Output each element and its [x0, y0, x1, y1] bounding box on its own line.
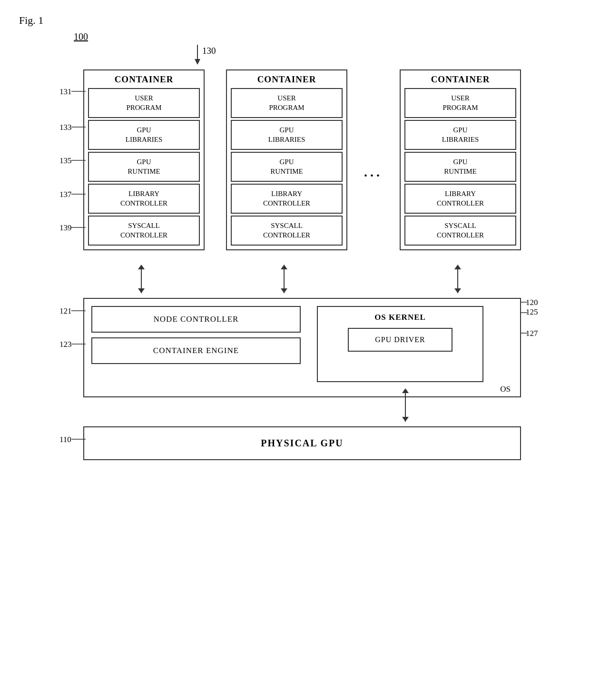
line-123 [71, 344, 86, 345]
gpu-libraries-1: GPULIBRARIES [88, 120, 200, 150]
line-135 [71, 160, 86, 161]
arrow-container1-os [138, 265, 145, 298]
physical-gpu-box: PHYSICAL GPU [83, 426, 521, 460]
label-130: 130 [202, 46, 216, 56]
ref-131: 131 [59, 87, 72, 97]
gpu-libraries-3: GPULIBRARIES [404, 120, 516, 150]
container-2: CONTAINER USERPROGRAM GPULIBRARIES GPURU… [226, 69, 347, 250]
user-program-2: USERPROGRAM [231, 88, 343, 118]
arrow-container2-os [281, 265, 287, 298]
library-controller-1: LIBRARYCONTROLLER [88, 184, 200, 214]
container-1-title: CONTAINER [88, 74, 200, 85]
ref-135: 135 [59, 156, 72, 166]
svg-marker-1 [195, 59, 200, 65]
line-127 [520, 333, 527, 334]
line-133 [71, 127, 86, 128]
line-131 [71, 91, 86, 92]
ref-110: 110 [59, 435, 71, 444]
ref-127: 127 [526, 329, 538, 338]
line-139 [71, 227, 86, 228]
line-121 [71, 310, 86, 311]
library-controller-2: LIBRARYCONTROLLER [231, 184, 343, 214]
user-program-1: USERPROGRAM [88, 88, 200, 118]
container-3-title: CONTAINER [404, 74, 516, 85]
svg-marker-13 [454, 265, 461, 269]
label-100: 100 [74, 31, 88, 42]
svg-marker-12 [281, 288, 287, 293]
gpu-libraries-2: GPULIBRARIES [231, 120, 343, 150]
node-controller-box: NODE CONTROLLER [91, 306, 301, 333]
line-137 [71, 194, 86, 195]
gpu-runtime-1: GPURUNTIME [88, 152, 200, 182]
syscall-controller-3: SYSCALLCONTROLLER [404, 216, 516, 246]
ref-137: 137 [59, 190, 72, 199]
os-kernel-box: OS KERNEL GPU DRIVER [317, 306, 483, 382]
svg-marker-10 [281, 265, 287, 269]
ellipsis: ... [364, 165, 383, 180]
syscall-controller-1: SYSCALLCONTROLLER [88, 216, 200, 246]
arrow-130 [193, 45, 202, 69]
container-engine-box: CONTAINER ENGINE [91, 337, 301, 364]
container-2-title: CONTAINER [231, 74, 343, 85]
ref-139: 139 [59, 223, 72, 233]
gpu-runtime-3: GPURUNTIME [404, 152, 516, 182]
line-120 [520, 302, 527, 303]
container-3: CONTAINER USERPROGRAM GPULIBRARIES GPURU… [400, 69, 521, 250]
container-1: CONTAINER USERPROGRAM GPULIBRARIES GPURU… [83, 69, 205, 250]
ref-120: 120 [526, 298, 538, 307]
gpu-driver-box: GPU DRIVER [348, 328, 452, 352]
svg-marker-15 [454, 288, 461, 293]
os-outer-box: NODE CONTROLLER CONTAINER ENGINE OS KERN… [83, 298, 521, 397]
ref-133: 133 [59, 123, 72, 132]
library-controller-3: LIBRARYCONTROLLER [404, 184, 516, 214]
svg-marker-7 [138, 265, 145, 269]
fig-title: Fig. 1 [19, 14, 571, 27]
svg-marker-21 [402, 388, 409, 393]
gpu-runtime-2: GPURUNTIME [231, 152, 343, 182]
line-110 [71, 439, 86, 440]
ref-125: 125 [526, 307, 538, 317]
ref-121: 121 [59, 306, 72, 316]
line-125 [520, 312, 527, 313]
os-label: OS [500, 385, 511, 394]
os-kernel-title: OS KERNEL [324, 313, 477, 322]
arrow-container3-os [454, 265, 461, 298]
svg-marker-23 [402, 417, 409, 422]
syscall-controller-2: SYSCALLCONTROLLER [231, 216, 343, 246]
arrow-gpu-driver-physical [402, 388, 409, 426]
ref-123: 123 [59, 340, 72, 349]
user-program-3: USERPROGRAM [404, 88, 516, 118]
svg-marker-9 [138, 288, 145, 293]
